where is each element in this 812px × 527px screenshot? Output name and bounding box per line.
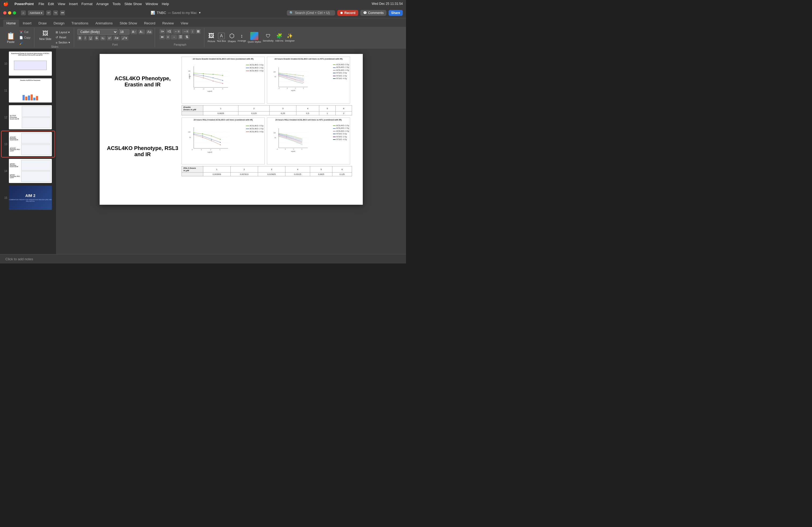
menu-view[interactable]: View [58,2,65,6]
justify-button[interactable]: ☰ [178,35,184,40]
tab-view[interactable]: View [177,19,191,27]
menu-edit[interactable]: Edit [48,2,54,6]
svg-point-69 [211,136,212,136]
svg-point-49 [295,77,295,78]
slide-thumb-13[interactable]: 13 ACSL4KO Phenotype, Erastin and IR ACS… [2,131,55,157]
chart3-svg: 100 50 -4 -3 -2 -1 log[uM] [188,124,244,160]
font-size-input[interactable] [119,29,129,35]
new-slide-button[interactable]: 🖼 New Slide [38,29,53,42]
paste-button[interactable]: 📋 Paste [4,31,17,45]
close-button[interactable] [3,11,6,15]
filename: TNBC [157,11,166,15]
menu-help[interactable]: Help [162,2,169,6]
clear-format-button[interactable]: Aa [146,30,153,34]
share-button[interactable]: Share [389,10,403,16]
slide-thumb-12[interactable]: 12 SLC7A10 Phenotype, Erastin and IR [2,104,55,130]
section-button[interactable]: ≡ Section ▾ [54,40,72,45]
menu-slideshow[interactable]: Slide Show [124,2,142,6]
columns-button[interactable]: ⊞ [195,29,201,34]
numbered-list-button[interactable]: ≡1 [166,29,172,34]
svg-point-94 [286,134,287,135]
menu-format[interactable]: Format [81,2,92,6]
svg-text:-4: -4 [277,149,278,150]
slide-number-15: 15 [2,196,7,199]
menu-tools[interactable]: Tools [113,2,120,6]
tab-design[interactable]: Design [50,19,68,27]
svg-point-20 [203,73,204,74]
slide-thumb-14[interactable]: 14 GPX4KO Phenotype, Erastin and IR GPX4… [2,158,55,184]
traffic-lights [3,11,16,15]
indent-decrease-button[interactable]: ←≡ [173,29,181,34]
tab-draw[interactable]: Draw [35,19,50,27]
svg-point-23 [193,74,194,75]
font-increase-button[interactable]: A↑ [130,30,137,34]
highlight-button[interactable]: 🖊▾ [121,36,128,41]
slide-thumb-15[interactable]: 15 AIM 2 COMBINATION THERAPY FOR FERROPT… [2,185,55,211]
tab-insert[interactable]: Insert [19,19,35,27]
svg-text:viability%: viability% [189,74,190,79]
undo-button[interactable]: ↩ [46,11,51,15]
dropdown-icon[interactable]: ▼ [199,11,201,14]
tab-review[interactable]: Review [159,19,177,27]
svg-text:log[uM]: log[uM] [207,151,213,153]
strikethrough-button[interactable]: S [94,36,99,41]
superscript-button[interactable]: x² [107,36,112,41]
reset-button[interactable]: ↺ Reset [54,35,72,40]
slide-thumb-10[interactable]: 10 Experimental Design for functional de… [2,51,55,76]
align-right-button[interactable]: → [171,35,177,40]
format-painter-button[interactable]: 🖌️ [18,41,32,46]
canvas-area[interactable]: ACSL4KO Phenotype, Erastin and IR ACSL4K… [56,48,406,254]
menu-insert[interactable]: Insert [69,2,78,6]
align-center-button[interactable]: ≡ [166,35,170,40]
tab-transitions[interactable]: Transitions [68,19,91,27]
svg-text:100: 100 [188,131,191,133]
svg-text:-2: -2 [287,88,288,89]
font-name-select[interactable]: Calibri (Body) [77,29,118,35]
menu-arrange[interactable]: Arrange [97,2,109,6]
shapes-label: Shapes [228,40,236,43]
record-button[interactable]: ⏺ Record [337,10,358,16]
slide-preview-11: Results of qPCR for Knockouts [9,78,52,103]
cut-button[interactable]: ✂️ Cut [18,30,32,34]
menu-file[interactable]: File [39,2,44,6]
svg-text:-2: -2 [293,149,294,150]
font-decrease-button[interactable]: A↓ [138,30,145,34]
redo-button[interactable]: ↪ [53,11,58,15]
align-left-button[interactable]: ⬅ [160,35,165,40]
menu-window[interactable]: Window [146,2,158,6]
maximize-button[interactable] [13,11,16,15]
slide-thumb-11[interactable]: 11 Results of qPCR for Knockouts [2,77,55,103]
ribbon-group-paragraph: ≡• ≡1 ←≡ →≡ ↕ ⊞ ⬅ ≡ → ☰ ⇅ Paragraph [156,28,204,47]
tab-record[interactable]: Record [141,19,158,27]
title-bar: ⌂ AutoSave ● ↩ ↪ ••• 📊 TNBC — Saved to m… [0,7,406,18]
underline-button[interactable]: U [88,36,93,41]
search-bar[interactable]: 🔍 Search (Cmd + Ctrl + U) [287,10,335,16]
chart-erastin-2: 24 hours Erastin treated ACSL4KO cell li… [267,57,350,104]
tab-animations[interactable]: Animations [92,19,116,27]
copy-button[interactable]: 📄 Copy [18,35,32,40]
indent-increase-button[interactable]: →≡ [182,29,190,34]
notes-bar[interactable]: Click to add notes [0,254,406,264]
tab-slideshow[interactable]: Slide Show [116,19,140,27]
file-icon: 📊 [151,11,155,15]
italic-button[interactable]: I [84,36,87,41]
line-spacing-button[interactable]: ↕ [190,29,195,34]
textbox-button[interactable]: A [218,33,225,39]
comments-button[interactable]: 💬 Comments [360,10,387,16]
layout-button[interactable]: ⊞ Layout ▾ [54,30,72,35]
autosave-toggle[interactable]: AutoSave ● [28,11,44,15]
chart1-title: 24 hours Erastin treated ACSL4KO cell li… [182,58,264,60]
bullet-list-button[interactable]: ≡• [160,29,165,34]
picture-label: Picture [207,40,215,43]
font-color-button[interactable]: A▾ [113,36,120,41]
svg-text:-3: -3 [285,149,286,150]
chart2-title: 24 hours Erastin treated ACSL4KO cell li… [267,58,350,60]
apple-menu[interactable]: 🍎 [3,1,9,6]
home-icon[interactable]: ⌂ [21,11,26,15]
more-icon[interactable]: ••• [60,11,65,15]
bold-button[interactable]: B [77,36,83,41]
subscript-button[interactable]: x₂ [100,36,106,41]
tab-home[interactable]: Home [3,19,19,27]
minimize-button[interactable] [8,11,11,15]
text-direction-button[interactable]: ⇅ [184,35,190,40]
